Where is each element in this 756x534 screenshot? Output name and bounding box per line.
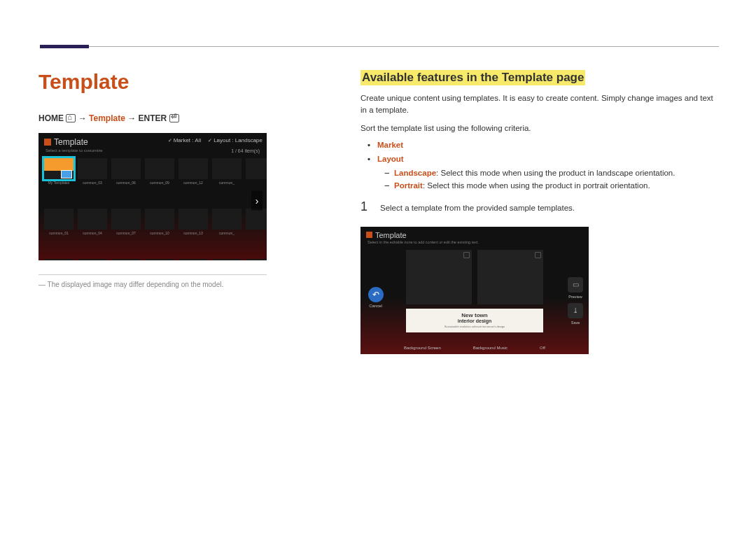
section-heading: Available features in the Template page: [360, 70, 585, 85]
landscape-label: Landscape: [394, 169, 436, 177]
screenshot-template-grid: Template Market : All Layout : Landscape…: [38, 133, 267, 260]
thumb-label: common_13: [178, 231, 208, 235]
enter-icon: [169, 114, 179, 122]
caption-line1: New town: [461, 312, 487, 318]
sort-text: Sort the template list using the followi…: [360, 124, 718, 132]
page-title: Template: [38, 70, 340, 94]
template-thumb[interactable]: common_05: [78, 259, 107, 260]
thumb-label: common_07: [111, 231, 141, 235]
step-number: 1: [360, 199, 370, 214]
template-thumb[interactable]: common_10: [145, 209, 174, 230]
shot1-title: Template: [54, 137, 88, 147]
preview-button[interactable]: ▭: [568, 277, 583, 293]
item-count: 1 / 64 item(s): [231, 148, 260, 153]
thumb-label: common_10: [145, 231, 174, 235]
portrait-label: Portrait: [394, 181, 423, 190]
criteria-layout-label: Layout: [377, 155, 404, 163]
cancel-label: Cancel: [368, 304, 384, 308]
thumb-label: common_04: [78, 231, 107, 235]
template-app-icon: [44, 139, 51, 146]
template-grid: My Templates common_03 common_06 common_…: [38, 154, 267, 260]
preview-label: Preview: [568, 295, 582, 299]
region-icon: [463, 252, 470, 258]
template-thumb[interactable]: common_07: [111, 209, 141, 230]
portrait-text: : Select this mode when using the produc…: [423, 181, 650, 190]
template-thumb[interactable]: common_09: [145, 158, 174, 179]
sub-portrait: Portrait: Select this mode when using th…: [387, 179, 718, 192]
breadcrumb-enter: ENTER: [139, 113, 167, 123]
template-thumb[interactable]: common_06: [111, 158, 141, 179]
thumb-label: common_03: [78, 181, 107, 185]
template-thumb[interactable]: common_08: [111, 259, 141, 260]
thumb-label: common_09: [145, 181, 174, 185]
editor-zone-left[interactable]: [406, 250, 472, 304]
header-rule: [40, 46, 719, 47]
template-thumb[interactable]: common_: [212, 209, 241, 230]
template-thumb[interactable]: [246, 259, 267, 260]
template-thumb-selected[interactable]: My Templates: [44, 158, 74, 179]
cancel-button[interactable]: ↶ Cancel: [368, 287, 384, 308]
sub-landscape: Landscape: Select this mode when using t…: [387, 167, 718, 179]
landscape-text: : Select this mode when using the produc…: [436, 169, 675, 177]
thumb-label: common_06: [111, 181, 141, 185]
template-thumb[interactable]: common_01: [44, 209, 74, 230]
breadcrumb-home: HOME: [38, 113, 64, 123]
template-thumb[interactable]: [246, 209, 267, 230]
thumb-label: common_: [212, 181, 241, 185]
breadcrumb-arrow: →: [127, 113, 136, 123]
criteria-market: Market: [370, 138, 718, 153]
thumb-label: My Templates: [44, 181, 74, 185]
save-button[interactable]: ⤓: [568, 303, 583, 318]
step-1: 1 Select a template from the provided sa…: [360, 199, 718, 214]
bg-music-label[interactable]: Background Music: [473, 346, 507, 350]
template-thumb[interactable]: common_11: [145, 259, 174, 260]
thumb-label: common_12: [178, 181, 208, 185]
template-thumb[interactable]: common_13: [178, 209, 208, 230]
caption-line3: Sustainable evolution unleash tomorrow's…: [444, 325, 505, 328]
thumb-label: common_01: [44, 231, 74, 235]
filter-layout[interactable]: Layout : Landscape: [208, 137, 262, 143]
undo-icon: ↶: [368, 287, 384, 302]
breadcrumb-arrow: →: [78, 113, 87, 123]
template-thumb[interactable]: common_04: [78, 209, 107, 230]
template-thumb[interactable]: common_: [212, 259, 241, 260]
divider: [38, 274, 267, 275]
filter-market[interactable]: Market : All: [168, 137, 202, 143]
bg-screen-label[interactable]: Background Screen: [404, 346, 441, 350]
save-label: Save: [571, 321, 580, 325]
step-text: Select a template from the provided samp…: [380, 204, 575, 212]
region-icon: [535, 252, 541, 258]
template-thumb[interactable]: common_02: [44, 259, 74, 260]
caption-line2: interior design: [458, 318, 492, 323]
footnote: ― The displayed image may differ dependi…: [38, 281, 340, 288]
breadcrumb: HOME → Template → ENTER: [38, 113, 340, 123]
template-app-icon: [366, 232, 372, 238]
editor-zone-right[interactable]: [477, 250, 543, 304]
editor-zone-caption[interactable]: New town interior design Sustainable evo…: [406, 309, 543, 332]
next-page-button[interactable]: ›: [251, 191, 262, 211]
screenshot-template-editor: Template Select in the editable zone to …: [360, 227, 589, 354]
shot2-subtitle: Select in the editable zone to add conte…: [360, 240, 589, 244]
template-thumb[interactable]: common_03: [78, 158, 107, 179]
template-thumb[interactable]: common_: [212, 158, 241, 179]
criteria-layout: Layout Landscape: Select this mode when …: [370, 152, 718, 192]
home-icon: [66, 114, 76, 122]
shot2-title: Template: [375, 231, 407, 239]
intro-text: Create unique content using templates. I…: [360, 92, 718, 117]
template-thumb[interactable]: [246, 158, 267, 179]
template-thumb[interactable]: common_14: [178, 259, 208, 260]
bg-music-value: Off: [540, 346, 545, 350]
header-accent: [40, 45, 89, 48]
template-thumb[interactable]: common_12: [178, 158, 208, 179]
breadcrumb-template: Template: [89, 113, 125, 123]
thumb-label: common_: [212, 231, 241, 235]
